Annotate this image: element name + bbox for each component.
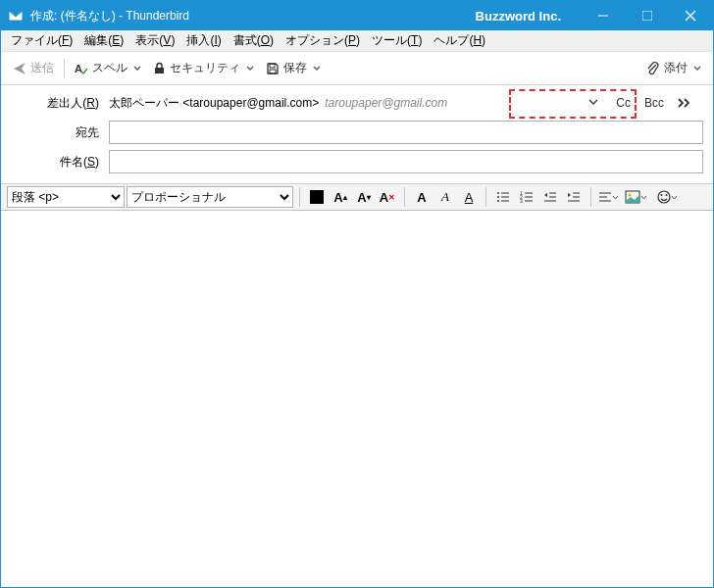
menu-tools[interactable]: ツール(T): [366, 30, 428, 51]
spell-button[interactable]: A スペル: [69, 57, 147, 79]
format-toolbar: 段落 <p> プロポーショナル A▴ A▾ A✕ A A A 123: [1, 183, 713, 211]
svg-rect-8: [310, 190, 324, 204]
from-email-gray: taroupaper@gmail.com: [325, 96, 447, 110]
underline-button[interactable]: A: [458, 186, 480, 208]
attach-label: 添付: [664, 60, 688, 76]
menu-options[interactable]: オプション(P): [280, 30, 366, 51]
lock-icon: [153, 62, 166, 74]
svg-point-9: [497, 192, 499, 194]
send-button[interactable]: 送信: [7, 57, 60, 79]
cc-bcc-group: Cc Bcc: [606, 92, 703, 114]
svg-point-34: [665, 194, 667, 196]
paperclip-icon: [645, 61, 660, 75]
svg-line-2: [686, 11, 695, 21]
to-label: 宛先: [11, 124, 109, 141]
close-button[interactable]: [669, 1, 713, 30]
svg-point-32: [658, 191, 670, 203]
chevron-down-icon[interactable]: [133, 62, 141, 75]
svg-point-31: [628, 194, 631, 197]
italic-button[interactable]: A: [434, 186, 456, 208]
numbered-list-button[interactable]: 123: [516, 186, 537, 208]
cc-button[interactable]: Cc: [616, 96, 631, 110]
menu-format[interactable]: 書式(O): [228, 30, 280, 51]
svg-rect-1: [642, 11, 652, 21]
chevron-down-icon[interactable]: [313, 62, 321, 75]
svg-line-3: [686, 11, 695, 21]
bcc-button[interactable]: Bcc: [644, 96, 664, 110]
chevron-down-icon[interactable]: [693, 62, 701, 75]
text-color-button[interactable]: [306, 186, 328, 208]
svg-point-11: [497, 196, 499, 198]
menu-view[interactable]: 表示(V): [129, 30, 180, 51]
from-label: 差出人(R): [11, 95, 109, 112]
security-label: セキュリティ: [170, 60, 240, 76]
font-select[interactable]: プロポーショナル: [127, 186, 293, 208]
security-button[interactable]: セキュリティ: [147, 57, 260, 79]
send-label: 送信: [30, 60, 54, 76]
svg-rect-5: [155, 68, 164, 74]
menu-edit[interactable]: 編集(E): [78, 30, 129, 51]
insert-image-button[interactable]: [621, 186, 650, 208]
titlebar: 作成: (件名なし) - Thunderbird Buzzword Inc.: [1, 1, 713, 30]
maximize-button[interactable]: [625, 1, 669, 30]
to-input[interactable]: [109, 121, 703, 144]
svg-text:A: A: [75, 63, 82, 74]
spell-label: スペル: [92, 60, 128, 76]
menu-insert[interactable]: 挿入(I): [180, 30, 227, 51]
toolbar: 送信 A スペル セキュリティ 保存 添付: [1, 52, 713, 85]
attach-button[interactable]: 添付: [639, 57, 707, 79]
window-title: 作成: (件名なし) - Thunderbird: [30, 8, 189, 24]
app-icon: [7, 7, 25, 24]
font-size-increase-button[interactable]: A▴: [330, 186, 351, 208]
menubar: ファイル(F) 編集(E) 表示(V) 挿入(I) 書式(O) オプション(P)…: [1, 30, 713, 52]
paragraph-select[interactable]: 段落 <p>: [7, 186, 125, 208]
font-size-decrease-button[interactable]: A▾: [353, 186, 375, 208]
save-icon: [266, 62, 280, 75]
from-selector[interactable]: 太郎ペーパー <taroupaper@gmail.com> taroupaper…: [109, 95, 588, 112]
minimize-button[interactable]: [581, 1, 625, 30]
address-area: 差出人(R) 太郎ペーパー <taroupaper@gmail.com> tar…: [1, 85, 713, 183]
subject-label: 件名(S): [11, 154, 109, 171]
bullet-list-button[interactable]: [492, 186, 514, 208]
send-icon: [13, 62, 26, 75]
subject-input[interactable]: [109, 150, 703, 173]
svg-point-13: [497, 200, 499, 202]
align-button[interactable]: [597, 186, 619, 208]
chevron-down-icon[interactable]: [246, 62, 254, 75]
save-button[interactable]: 保存: [260, 57, 327, 79]
clear-format-button[interactable]: A✕: [377, 186, 398, 208]
company-name: Buzzword Inc.: [476, 9, 561, 24]
menu-file[interactable]: ファイル(F): [5, 30, 78, 51]
spell-icon: A: [75, 62, 88, 75]
bold-button[interactable]: A: [411, 186, 433, 208]
outdent-button[interactable]: [539, 186, 561, 208]
svg-point-33: [660, 194, 662, 196]
save-label: 保存: [283, 60, 307, 76]
menu-help[interactable]: ヘルプ(H): [428, 30, 491, 51]
chevron-down-icon[interactable]: [588, 96, 598, 110]
message-body[interactable]: [1, 211, 713, 581]
svg-text:3: 3: [520, 198, 523, 204]
expand-icon[interactable]: [678, 97, 693, 109]
from-value: 太郎ペーパー <taroupaper@gmail.com>: [109, 95, 319, 112]
emoji-button[interactable]: [652, 186, 682, 208]
indent-button[interactable]: [563, 186, 585, 208]
